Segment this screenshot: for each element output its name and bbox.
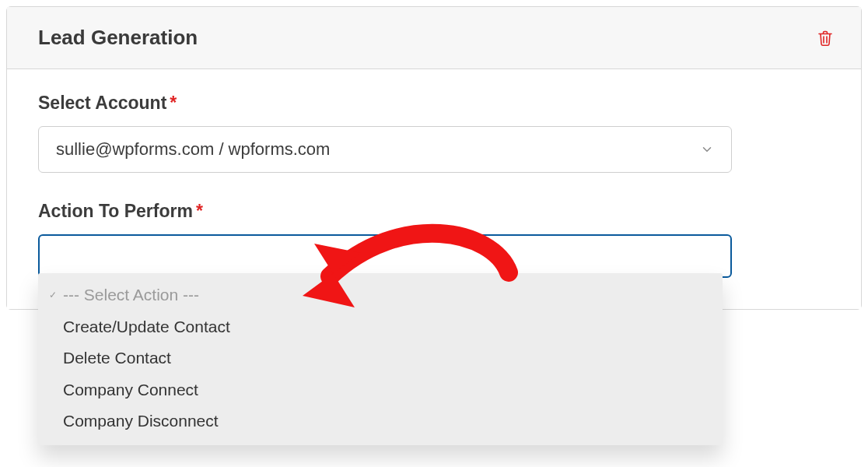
select-account-dropdown[interactable]: sullie@wpforms.com / wpforms.com	[38, 126, 732, 173]
panel-title: Lead Generation	[38, 26, 198, 50]
select-account-value: sullie@wpforms.com / wpforms.com	[56, 139, 330, 160]
action-option-create-update-contact[interactable]: ✓ Create/Update Contact	[38, 311, 723, 343]
check-icon: ✓	[49, 288, 63, 303]
select-account-label: Select Account*	[38, 93, 830, 114]
action-to-perform-group: Action To Perform* ✓ --- Select Action -…	[38, 201, 830, 278]
action-option-placeholder[interactable]: ✓ --- Select Action ---	[38, 279, 723, 311]
action-dropdown-list: ✓ --- Select Action --- ✓ Create/Update …	[38, 273, 723, 445]
select-account-group: Select Account* sullie@wpforms.com / wpf…	[38, 93, 830, 173]
required-marker: *	[196, 201, 203, 221]
action-option-company-connect[interactable]: ✓ Company Connect	[38, 374, 723, 406]
panel-header: Lead Generation	[7, 7, 861, 69]
required-marker: *	[170, 93, 177, 113]
action-option-delete-contact[interactable]: ✓ Delete Contact	[38, 342, 723, 374]
action-to-perform-label: Action To Perform*	[38, 201, 830, 222]
action-option-company-disconnect[interactable]: ✓ Company Disconnect	[38, 406, 723, 437]
chevron-down-icon	[700, 142, 714, 156]
panel-body: Select Account* sullie@wpforms.com / wpf…	[7, 69, 861, 309]
delete-integration-button[interactable]	[816, 29, 835, 47]
trash-icon	[816, 29, 835, 47]
integration-panel: Lead Generation Select Account* sullie@w…	[6, 6, 862, 310]
action-to-perform-dropdown[interactable]	[38, 234, 732, 278]
